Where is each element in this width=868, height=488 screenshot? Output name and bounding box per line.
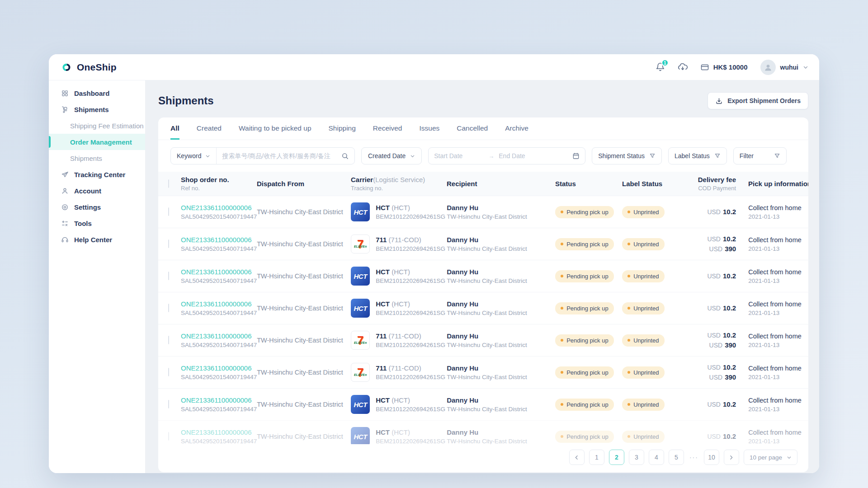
created-date-select[interactable]: Created Date bbox=[361, 147, 422, 164]
order-number-link[interactable]: ONE213361100000006 bbox=[181, 204, 257, 211]
pagination: 1 2 3 4 5 ··· 10 10 per page bbox=[158, 444, 808, 472]
next-page-button[interactable] bbox=[724, 450, 739, 465]
order-number-link[interactable]: ONE213361100000006 bbox=[181, 364, 257, 372]
notifications-button[interactable]: 1 bbox=[656, 62, 665, 72]
tab-issues[interactable]: Issues bbox=[419, 117, 439, 140]
shipment-status-filter[interactable]: Shipment Status bbox=[592, 147, 662, 164]
page-button-10[interactable]: 10 bbox=[704, 450, 719, 465]
search-icon[interactable] bbox=[341, 152, 354, 160]
order-number-link[interactable]: ONE213361100000006 bbox=[181, 332, 257, 340]
recipient-address: TW-Hsinchu City-East District bbox=[447, 277, 555, 284]
sidebar-item-tools[interactable]: Tools bbox=[49, 215, 145, 231]
sidebar-item-help-center[interactable]: Help Center bbox=[49, 231, 145, 248]
start-date-input[interactable] bbox=[434, 152, 484, 160]
row-checkbox[interactable] bbox=[168, 368, 169, 376]
table-header-row: Shop order no. Ref no. Dispatch From Car… bbox=[158, 172, 808, 196]
calendar-icon[interactable] bbox=[572, 152, 580, 160]
keyword-type-select[interactable]: Keyword bbox=[171, 148, 217, 164]
filter-bar: Keyword Created Date → bbox=[158, 140, 808, 172]
export-shipment-orders-button[interactable]: Export Shipment Orders bbox=[708, 92, 808, 109]
order-number-link[interactable]: ONE213361100000006 bbox=[181, 428, 257, 436]
sidebar-item-label: Order Management bbox=[70, 138, 132, 146]
tracking-number: BEM21012202694261SG bbox=[376, 277, 445, 284]
tab-waiting-to-be-picked-up[interactable]: Waiting to be picked up bbox=[239, 117, 311, 140]
end-date-input[interactable] bbox=[499, 152, 548, 160]
order-number-link[interactable]: ONE213361100000006 bbox=[181, 300, 257, 308]
status-dot-icon bbox=[561, 339, 563, 342]
sidebar-item-tracking-center[interactable]: Tracking Center bbox=[49, 166, 145, 183]
dashboard-grid-icon bbox=[61, 89, 69, 97]
order-number-link[interactable]: ONE213361100000006 bbox=[181, 236, 257, 244]
status-dot-icon bbox=[627, 243, 630, 245]
carrier-logo: 7 ELEVEn bbox=[351, 331, 370, 350]
sidebar-item-dashboard[interactable]: Dashboard bbox=[49, 85, 145, 101]
label-status-badge: Unprinted bbox=[622, 270, 664, 282]
carrier-name: 711 (711-COD) bbox=[376, 332, 445, 340]
status-dot-icon bbox=[627, 339, 630, 342]
order-number-link[interactable]: ONE213361100000006 bbox=[181, 268, 257, 276]
sidebar-item-account[interactable]: Account bbox=[49, 183, 145, 199]
recipient-name: Danny Hu bbox=[447, 204, 555, 211]
status-badge: Pending pick up bbox=[555, 366, 614, 379]
status-dot-icon bbox=[561, 371, 563, 374]
dispatch-from: TW-Hsinchu City-East District bbox=[257, 433, 343, 440]
export-button-label: Export Shipment Orders bbox=[727, 97, 801, 104]
row-checkbox[interactable] bbox=[168, 239, 169, 248]
search-input[interactable] bbox=[217, 152, 341, 160]
label-status-filter[interactable]: Label Status bbox=[668, 147, 727, 164]
chevron-right-icon bbox=[728, 455, 734, 460]
brand-name: OneShip bbox=[77, 62, 117, 73]
user-icon bbox=[764, 63, 773, 72]
chevron-down-icon bbox=[410, 154, 415, 159]
tab-created[interactable]: Created bbox=[197, 117, 222, 140]
row-checkbox[interactable] bbox=[168, 207, 169, 216]
page-button-4[interactable]: 4 bbox=[649, 450, 664, 465]
date-range-picker: → bbox=[428, 147, 585, 164]
row-checkbox[interactable] bbox=[168, 304, 169, 312]
sidebar: Dashboard Shipments Shipping Fee Estimat… bbox=[49, 80, 145, 473]
delivery-fee: USD10.2 bbox=[683, 271, 736, 281]
tab-cancelled[interactable]: Cancelled bbox=[457, 117, 488, 140]
row-checkbox[interactable] bbox=[168, 400, 169, 408]
page-button-5[interactable]: 5 bbox=[669, 450, 684, 465]
user-menu[interactable]: wuhui bbox=[760, 60, 808, 75]
recipient-address: TW-Hsinchu City-East District bbox=[447, 374, 555, 380]
headset-icon bbox=[61, 236, 69, 244]
paper-plane-icon bbox=[61, 171, 69, 178]
sidebar-item-shipping-fee-estimation[interactable]: Shipping Fee Estimation bbox=[49, 117, 145, 134]
range-arrow-icon: → bbox=[488, 153, 494, 160]
sidebar-item-order-management[interactable]: Order Management bbox=[49, 134, 145, 150]
tracking-number: BEM21012202694261SG bbox=[376, 374, 445, 380]
sidebar-item-shipments-sub[interactable]: Shipments bbox=[49, 150, 145, 166]
filter-label: Filter bbox=[740, 152, 754, 160]
download-center-button[interactable] bbox=[678, 62, 688, 72]
wallet-balance[interactable]: HK$ 10000 bbox=[700, 63, 748, 72]
sidebar-item-shipments[interactable]: Shipments bbox=[49, 101, 145, 117]
tab-archive[interactable]: Archive bbox=[505, 117, 528, 140]
order-number-link[interactable]: ONE213361100000006 bbox=[181, 396, 257, 404]
username: wuhui bbox=[780, 64, 798, 71]
row-checkbox[interactable] bbox=[168, 272, 169, 280]
tab-all[interactable]: All bbox=[170, 117, 179, 140]
chevron-down-icon bbox=[803, 65, 808, 70]
tab-received[interactable]: Received bbox=[373, 117, 402, 140]
row-checkbox[interactable] bbox=[168, 432, 169, 441]
row-checkbox[interactable] bbox=[168, 336, 169, 344]
page-button-1[interactable]: 1 bbox=[589, 450, 604, 465]
table-row: ONE213361100000006 SAL504295201540071944… bbox=[158, 356, 808, 388]
notification-badge: 1 bbox=[661, 59, 669, 66]
person-icon bbox=[61, 187, 69, 195]
label-status-label: Label Status bbox=[675, 152, 710, 160]
status-dot-icon bbox=[627, 435, 630, 438]
prev-page-button[interactable] bbox=[569, 450, 585, 465]
filter-button[interactable]: Filter bbox=[733, 147, 787, 164]
tracking-number: BEM21012202694261SG bbox=[376, 245, 445, 252]
label-status-badge: Unprinted bbox=[622, 366, 664, 379]
page-button-3[interactable]: 3 bbox=[629, 450, 644, 465]
tab-shipping[interactable]: Shipping bbox=[329, 117, 356, 140]
recipient-address: TW-Hsinchu City-East District bbox=[447, 438, 555, 444]
select-all-checkbox[interactable] bbox=[168, 179, 169, 188]
page-button-2[interactable]: 2 bbox=[609, 450, 624, 465]
sidebar-item-settings[interactable]: Settings bbox=[49, 199, 145, 215]
per-page-select[interactable]: 10 per page bbox=[744, 450, 797, 465]
